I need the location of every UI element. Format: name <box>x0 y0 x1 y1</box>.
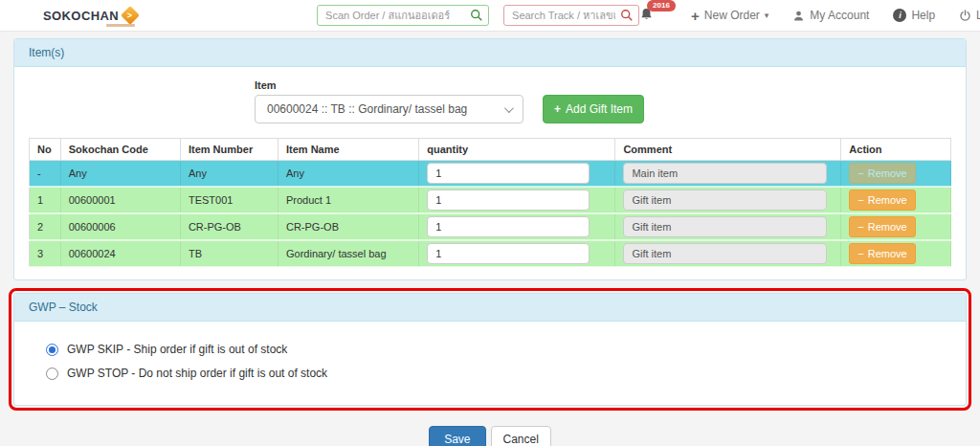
gwp-stock-panel: GWP – Stock GWP SKIP - Ship order if gif… <box>13 293 967 406</box>
col-header-item-number: Item Number <box>180 139 278 161</box>
my-account-label: My Account <box>810 9 869 22</box>
quantity-input[interactable] <box>427 216 589 237</box>
new-order-menu[interactable]: + New Order ▾ <box>691 8 768 24</box>
table-header-row: No Sokochan Code Item Number Item Name q… <box>30 139 951 161</box>
cell-no: 2 <box>30 213 61 240</box>
radio-selected-icon <box>46 344 58 356</box>
top-navbar: SOKOCHAN > 2016 + New Order ▾ My Account… <box>0 0 980 32</box>
form-actions: Save Cancel <box>13 426 967 446</box>
plus-icon: + <box>554 102 561 116</box>
search-track-search <box>503 5 639 26</box>
logo-diamond-icon: > <box>121 6 140 25</box>
search-icon[interactable] <box>470 9 483 22</box>
cell-item-number: Any <box>180 161 278 188</box>
cell-sokochan-code: Any <box>60 161 180 188</box>
quantity-input[interactable] <box>427 163 589 184</box>
minus-icon: − <box>858 248 863 259</box>
items-panel-body: Item 00600024 :: TB :: Gordinary/ tassel… <box>14 67 966 279</box>
navbar-right: 2016 + New Order ▾ My Account i Help Log… <box>639 7 980 25</box>
cell-item-name: Gordinary/ tassel bag <box>278 240 418 267</box>
remove-button: −Remove <box>849 163 915 184</box>
col-header-item-name: Item Name <box>278 139 418 161</box>
logout-menu[interactable]: Logout (sand) <box>959 9 980 22</box>
items-table: No Sokochan Code Item Number Item Name q… <box>29 138 951 268</box>
my-account-menu[interactable]: My Account <box>792 9 869 22</box>
table-row-gift-item: 2 00600006 CR-PG-OB CR-PG-OB −Remove <box>30 213 951 240</box>
page-content: Item(s) Item 00600024 :: TB :: Gordinary… <box>0 32 980 446</box>
gwp-skip-label: GWP SKIP - Ship order if gift is out of … <box>67 343 287 356</box>
item-label: Item <box>255 79 951 91</box>
col-header-no: No <box>30 139 61 161</box>
quantity-input[interactable] <box>427 243 589 264</box>
minus-icon: − <box>858 167 863 179</box>
cancel-button[interactable]: Cancel <box>491 426 551 446</box>
gwp-stop-label: GWP STOP - Do not ship order if gift is … <box>67 367 327 380</box>
minus-icon: − <box>858 194 863 206</box>
power-icon <box>959 10 971 22</box>
gwp-stop-radio-option[interactable]: GWP STOP - Do not ship order if gift is … <box>46 367 951 380</box>
add-gift-item-button[interactable]: + Add Gift Item <box>543 95 644 123</box>
cell-item-name: Product 1 <box>278 187 418 213</box>
comment-input <box>623 243 826 264</box>
scan-order-search <box>317 5 489 26</box>
table-row-gift-item: 1 00600001 TEST001 Product 1 −Remove <box>30 187 951 213</box>
help-label: Help <box>911 9 935 22</box>
caret-down-icon: ▾ <box>765 11 769 20</box>
notification-badge: 2016 <box>647 0 676 11</box>
save-button[interactable]: Save <box>429 426 485 446</box>
help-menu[interactable]: i Help <box>893 9 935 22</box>
item-select[interactable]: 00600024 :: TB :: Gordinary/ tassel bag <box>255 95 523 123</box>
scan-order-input[interactable] <box>317 5 489 26</box>
cell-item-number: CR-PG-OB <box>180 213 278 240</box>
cell-sokochan-code: 00600001 <box>60 187 180 213</box>
comment-input <box>623 190 826 211</box>
items-panel: Item(s) Item 00600024 :: TB :: Gordinary… <box>13 38 967 280</box>
cell-item-name: CR-PG-OB <box>278 213 418 240</box>
cell-item-number: TB <box>180 240 278 267</box>
remove-button[interactable]: −Remove <box>849 216 915 237</box>
radio-unselected-icon <box>46 368 58 380</box>
comment-input <box>623 216 826 237</box>
gwp-panel-title: GWP – Stock <box>14 294 966 322</box>
logo[interactable]: SOKOCHAN > <box>43 9 137 23</box>
logo-subtext <box>106 24 135 27</box>
logout-label: Logout (sand) <box>976 9 980 22</box>
item-select-group: Item 00600024 :: TB :: Gordinary/ tassel… <box>255 79 951 123</box>
remove-button[interactable]: −Remove <box>849 190 915 211</box>
comment-input <box>623 163 826 184</box>
plus-icon: + <box>691 8 700 24</box>
user-icon <box>792 10 805 22</box>
table-row-main-item: - Any Any Any −Remove <box>30 161 951 188</box>
search-icon[interactable] <box>620 9 634 22</box>
minus-icon: − <box>858 221 863 233</box>
search-track-input[interactable] <box>503 5 639 26</box>
cell-sokochan-code: 00600006 <box>60 213 180 240</box>
new-order-label: New Order <box>704 9 760 22</box>
col-header-comment: Comment <box>615 139 841 161</box>
notifications-bell[interactable]: 2016 <box>639 7 654 25</box>
items-panel-title: Item(s) <box>14 39 966 67</box>
cell-sokochan-code: 00600024 <box>60 240 180 267</box>
col-header-sokochan-code: Sokochan Code <box>60 139 180 161</box>
info-icon: i <box>893 9 906 22</box>
gwp-panel-body: GWP SKIP - Ship order if gift is out of … <box>14 322 966 405</box>
quantity-input[interactable] <box>427 190 589 211</box>
cell-item-number: TEST001 <box>180 187 278 213</box>
col-header-quantity: quantity <box>419 139 615 161</box>
cell-item-name: Any <box>278 161 418 188</box>
item-select-value: 00600024 :: TB :: Gordinary/ tassel bag <box>267 102 467 116</box>
logo-text: SOKOCHAN <box>43 9 119 23</box>
gwp-skip-radio-option[interactable]: GWP SKIP - Ship order if gift is out of … <box>46 343 951 356</box>
cell-no: 1 <box>30 187 61 213</box>
table-row-gift-item: 3 00600024 TB Gordinary/ tassel bag −Rem… <box>30 240 951 267</box>
cell-no: - <box>30 161 61 188</box>
col-header-action: Action <box>841 139 951 161</box>
remove-button[interactable]: −Remove <box>849 243 915 264</box>
chevron-down-icon <box>504 103 514 113</box>
cell-no: 3 <box>30 240 61 267</box>
